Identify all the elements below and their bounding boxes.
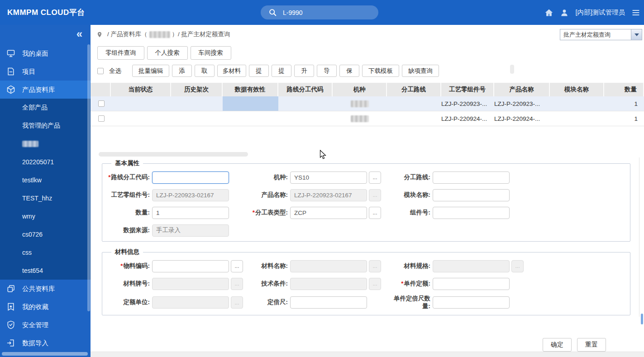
sidebar-subitem[interactable]: wmy	[0, 207, 91, 225]
field-product-name: 产品名称: ...	[245, 189, 387, 201]
field-material-brand: 材料牌号: ...	[107, 277, 245, 290]
select-all-checkbox[interactable]	[97, 68, 104, 74]
field-process-part-no: 工艺零组件号:	[107, 189, 245, 201]
division-table-type-input[interactable]	[290, 207, 367, 219]
sidebar-subitem-all-products[interactable]: 全部产品	[0, 99, 91, 117]
sidebar-subitem-my-products[interactable]: 我管理的产品	[0, 117, 91, 135]
sidebar-item-project[interactable]: 项目	[0, 62, 91, 81]
tab-part-query[interactable]: 零组件查询	[97, 46, 144, 60]
batch-edit-button[interactable]: 批量编辑	[132, 65, 169, 77]
export-button[interactable]: 导	[317, 65, 337, 77]
product-name-cell: LZJ-P-220924-...	[494, 111, 550, 126]
fetch-button[interactable]: 取	[195, 65, 215, 77]
table-row[interactable]: LZJ-P-220923-... LZJ-P-220923-... 1	[91, 96, 644, 111]
current-user-label[interactable]: [内部]测试管理员	[575, 8, 625, 17]
material-code-browse-button[interactable]: ...	[231, 260, 243, 272]
material-spec-input	[433, 260, 510, 272]
sidebar-item-security[interactable]: 安全管理	[0, 316, 91, 334]
sidebar-subitem[interactable]: css	[0, 243, 91, 262]
reset-button[interactable]: 重置	[577, 338, 606, 352]
col-header[interactable]: 分工路线	[387, 83, 441, 96]
add-button[interactable]: 添	[172, 65, 192, 77]
component-no-input[interactable]	[433, 207, 510, 219]
sidebar-subitem-censored[interactable]	[0, 135, 91, 153]
sidebar-item-data-import[interactable]: 数据导入	[0, 334, 91, 352]
col-header[interactable]: 工艺零组件号	[441, 83, 494, 96]
field-label: 模块名称:	[387, 191, 433, 199]
project-icon	[6, 67, 15, 76]
bookmark-star-icon	[6, 302, 15, 311]
module-name-input[interactable]	[433, 189, 510, 201]
field-label: 材料名称:	[245, 262, 290, 270]
tab-personal-search[interactable]: 个人搜索	[147, 46, 188, 60]
select-all-label: 全选	[109, 67, 121, 75]
field-label: 工艺零组件号:	[107, 191, 152, 199]
sidebar-item-public-library[interactable]: 公共资料库	[0, 280, 91, 298]
save-button[interactable]: 保	[339, 65, 359, 77]
sidebar-vertical-scrollbar[interactable]	[87, 44, 90, 311]
unit-quota-input[interactable]	[433, 278, 510, 290]
row-checkbox[interactable]	[98, 100, 105, 107]
sidebar-collapse-icon[interactable]: «	[76, 29, 82, 39]
col-header[interactable]: 路线分工代码	[278, 83, 333, 96]
sidebar-subitem[interactable]: cs0726	[0, 225, 91, 243]
table-horizontal-scrollbar[interactable]	[99, 152, 248, 157]
toolbar-mini-scrollbar[interactable]	[510, 65, 514, 74]
submit-button-2[interactable]: 提	[272, 65, 291, 77]
machine-type-browse-button[interactable]: ...	[369, 171, 381, 184]
detail-form: 基本属性 *路线分工代码: 机种: ... 分工路线:	[91, 157, 644, 317]
sidebar-item-my-desktop[interactable]: 我的桌面	[0, 44, 91, 62]
form-scrollbar-thumb[interactable]	[641, 314, 643, 324]
censored-cell	[351, 100, 369, 107]
sidebar-item-favorites[interactable]: 我的收藏	[0, 298, 91, 316]
col-header[interactable]: 数量	[604, 83, 644, 96]
col-header[interactable]: 当前状态	[111, 83, 171, 96]
quantity-input[interactable]	[152, 207, 229, 219]
machine-type-input[interactable]	[290, 171, 367, 184]
unit-fixed-qty-input[interactable]	[433, 296, 510, 309]
field-route-code: *路线分工代码:	[107, 171, 245, 184]
sidebar-subitem[interactable]: testlkw	[0, 171, 91, 189]
col-header[interactable]: 产品名称	[494, 83, 550, 96]
home-icon[interactable]	[544, 8, 553, 17]
missing-item-query-button[interactable]: 缺项查询	[402, 65, 439, 77]
route-code-input[interactable]	[152, 171, 229, 184]
desktop-icon	[6, 49, 15, 58]
col-header[interactable]: 数据有效性	[223, 83, 278, 96]
material-info-section: 材料信息 *物料编码: ... 材料名称: ... 材料规格:	[102, 248, 630, 315]
tab-workshop-search[interactable]: 车间搜索	[191, 46, 231, 60]
row-checkbox[interactable]	[98, 115, 105, 122]
user-icon[interactable]	[560, 8, 569, 17]
sidebar-subitem[interactable]: 202205071	[0, 153, 91, 171]
table-row[interactable]: LZJ-P-220924-... LZJ-P-220924-... 1	[91, 111, 644, 126]
material-brand-browse-button: ...	[231, 278, 243, 290]
submit-button-1[interactable]: 提	[249, 65, 269, 77]
download-template-button[interactable]: 下载模板	[362, 65, 399, 77]
sidebar-horizontal-scrollbar[interactable]	[2, 352, 88, 356]
upgrade-button[interactable]: 升	[294, 65, 314, 77]
material-code-input[interactable]	[152, 260, 229, 272]
division-table-type-browse-button[interactable]: ...	[369, 207, 381, 219]
field-label: 数据来源:	[107, 227, 152, 234]
field-quantity: 数量:	[107, 206, 245, 219]
sidebar-subitem[interactable]: test654	[0, 262, 91, 280]
field-label: *路线分工代码:	[107, 174, 152, 181]
confirm-button[interactable]: 确定	[543, 338, 572, 352]
col-header[interactable]: 模块名称	[550, 83, 604, 96]
menu-icon[interactable]	[631, 8, 640, 17]
fixed-length-input[interactable]	[290, 296, 367, 309]
sidebar-item-product-library[interactable]: 产品资料库	[0, 81, 91, 99]
search-input[interactable]	[283, 9, 364, 16]
field-label: 机种:	[245, 174, 290, 181]
global-search[interactable]	[261, 5, 378, 19]
page-selector-dropdown[interactable]: 批产主材定额查询	[560, 29, 642, 40]
col-header[interactable]: 机种	[333, 83, 387, 96]
tech-condition-browse-button: ...	[369, 278, 381, 290]
data-source-input	[152, 224, 229, 237]
multi-material-button[interactable]: 多材料	[217, 65, 246, 77]
chevron-down-icon[interactable]	[631, 29, 642, 40]
search-icon	[269, 9, 277, 16]
division-route-input[interactable]	[433, 171, 510, 184]
sidebar-subitem[interactable]: TEST_hhz	[0, 189, 91, 207]
col-header[interactable]: 历史架次	[171, 83, 223, 96]
